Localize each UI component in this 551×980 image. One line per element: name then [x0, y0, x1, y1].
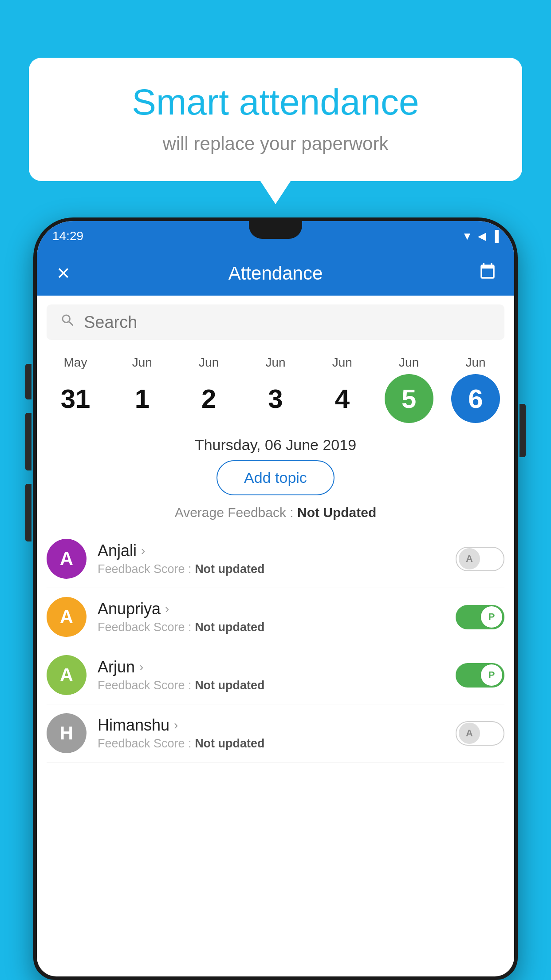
date-heading: Thursday, 06 June 2019 — [37, 427, 514, 460]
avg-feedback-label: Average Feedback : — [175, 505, 297, 520]
student-list: AAnjali ›Feedback Score : Not updatedAAA… — [37, 530, 514, 763]
day-number-0: 31 — [51, 374, 100, 423]
calendar-day-5[interactable]: Jun5 — [380, 356, 438, 423]
calendar-day-4[interactable]: Jun4 — [313, 356, 371, 423]
student-info-3: Himanshu ›Feedback Score : Not updated — [87, 716, 456, 751]
search-icon — [60, 312, 76, 332]
student-chevron-0: › — [141, 544, 145, 558]
day-month-6: Jun — [465, 356, 485, 370]
phone-frame: 14:29 ▼ ◀ ▐ ✕ Attendance — [33, 217, 518, 980]
day-month-3: Jun — [265, 356, 285, 370]
student-row-1[interactable]: AAnupriya ›Feedback Score : Not updatedP — [47, 588, 504, 646]
student-feedback-2: Feedback Score : Not updated — [98, 679, 456, 692]
student-name-0: Anjali › — [98, 541, 456, 560]
calendar-day-1[interactable]: Jun1 — [113, 356, 171, 423]
student-feedback-1: Feedback Score : Not updated — [98, 620, 456, 634]
calendar-strip: May31Jun1Jun2Jun3Jun4Jun5Jun6 — [37, 349, 514, 427]
average-feedback: Average Feedback : Not Updated — [37, 505, 514, 530]
student-row-3[interactable]: HHimanshu ›Feedback Score : Not updatedA — [47, 704, 504, 763]
side-button-left-1 — [25, 364, 31, 399]
day-number-2: 2 — [185, 374, 233, 423]
calendar-day-0[interactable]: May31 — [47, 356, 104, 423]
toggle-knob-2: P — [481, 664, 502, 686]
student-name-2: Arjun › — [98, 658, 456, 676]
day-month-1: Jun — [132, 356, 152, 370]
avg-feedback-value: Not Updated — [297, 505, 376, 520]
student-chevron-3: › — [174, 718, 178, 732]
student-info-1: Anupriya ›Feedback Score : Not updated — [87, 600, 456, 634]
day-month-5: Jun — [399, 356, 419, 370]
bubble-subtitle: will replace your paperwork — [55, 133, 496, 154]
add-topic-button[interactable]: Add topic — [216, 460, 335, 495]
student-avatar-1: A — [47, 597, 87, 637]
signal-icon: ◀ — [478, 230, 486, 242]
attendance-toggle-2[interactable]: P — [456, 663, 504, 688]
calendar-day-6[interactable]: Jun6 — [447, 356, 504, 423]
app-bar: ✕ Attendance — [37, 251, 514, 296]
student-avatar-3: H — [47, 713, 87, 753]
notch — [249, 221, 302, 239]
student-feedback-0: Feedback Score : Not updated — [98, 562, 456, 576]
calendar-button[interactable] — [476, 262, 499, 285]
speech-bubble-container: Smart attendance will replace your paper… — [29, 58, 522, 181]
phone-screen: 14:29 ▼ ◀ ▐ ✕ Attendance — [37, 221, 514, 976]
status-icons: ▼ ◀ ▐ — [462, 230, 499, 242]
student-row-2[interactable]: AArjun ›Feedback Score : Not updatedP — [47, 646, 504, 704]
side-button-left-3 — [25, 484, 31, 541]
day-number-1: 1 — [118, 374, 166, 423]
attendance-toggle-0[interactable]: A — [456, 547, 504, 571]
student-info-0: Anjali ›Feedback Score : Not updated — [87, 541, 456, 576]
toggle-knob-1: P — [481, 606, 502, 628]
student-row-0[interactable]: AAnjali ›Feedback Score : Not updatedA — [47, 530, 504, 588]
day-number-3: 3 — [251, 374, 300, 423]
day-month-2: Jun — [199, 356, 219, 370]
day-number-4: 4 — [318, 374, 366, 423]
day-number-6: 6 — [451, 374, 500, 423]
attendance-toggle-1[interactable]: P — [456, 605, 504, 629]
student-name-3: Himanshu › — [98, 716, 456, 735]
calendar-day-2[interactable]: Jun2 — [180, 356, 238, 423]
search-bar[interactable] — [47, 304, 504, 340]
app-bar-title: Attendance — [88, 263, 463, 284]
student-avatar-2: A — [47, 655, 87, 695]
student-chevron-2: › — [139, 660, 143, 674]
side-button-right — [520, 404, 526, 457]
battery-icon: ▐ — [491, 230, 499, 242]
day-month-4: Jun — [332, 356, 352, 370]
student-feedback-3: Feedback Score : Not updated — [98, 737, 456, 751]
toggle-knob-3: A — [459, 723, 480, 744]
student-avatar-0: A — [47, 539, 87, 579]
student-name-1: Anupriya › — [98, 600, 456, 618]
bubble-title: Smart attendance — [55, 82, 496, 122]
day-number-5: 5 — [385, 374, 433, 423]
side-button-left-2 — [25, 413, 31, 470]
student-chevron-1: › — [165, 602, 169, 616]
search-input[interactable] — [84, 313, 491, 332]
speech-bubble: Smart attendance will replace your paper… — [29, 58, 522, 181]
close-button[interactable]: ✕ — [52, 264, 75, 283]
attendance-toggle-3[interactable]: A — [456, 721, 504, 746]
student-info-2: Arjun ›Feedback Score : Not updated — [87, 658, 456, 692]
status-bar: 14:29 ▼ ◀ ▐ — [37, 221, 514, 251]
toggle-knob-0: A — [459, 548, 480, 569]
wifi-icon: ▼ — [462, 230, 472, 242]
calendar-day-3[interactable]: Jun3 — [247, 356, 304, 423]
status-time: 14:29 — [52, 229, 83, 243]
day-month-0: May — [64, 356, 87, 370]
